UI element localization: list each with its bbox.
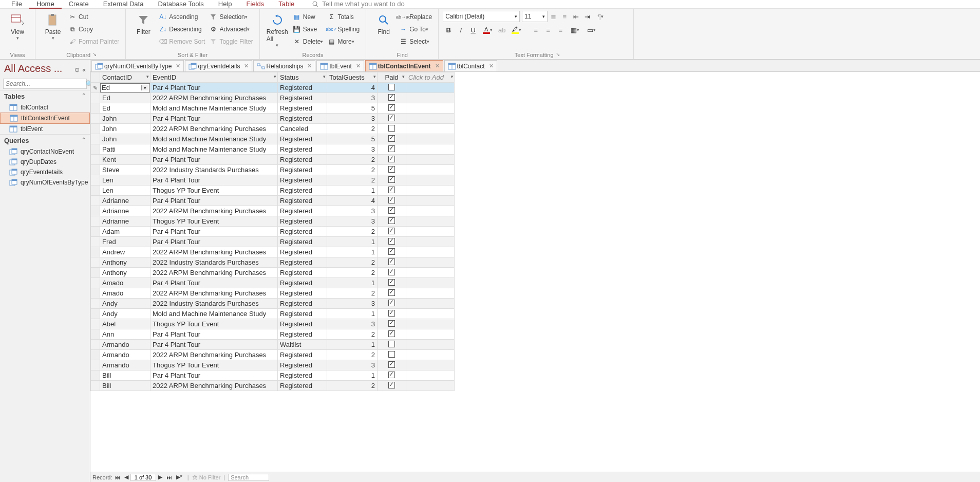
- close-icon[interactable]: ✕: [244, 63, 249, 69]
- cell-add[interactable]: [406, 309, 455, 319]
- clipboard-launcher-icon[interactable]: ↘: [92, 51, 97, 57]
- cell-totalguests[interactable]: 2: [327, 268, 378, 278]
- cell-status[interactable]: Registered: [278, 103, 327, 114]
- ascending-button[interactable]: A↓Ascending: [157, 11, 207, 23]
- cell-status[interactable]: Registered: [278, 309, 327, 319]
- table-row[interactable]: JohnPar 4 Plant TourRegistered3: [91, 114, 455, 124]
- nav-search[interactable]: 🔍: [3, 79, 87, 89]
- cell-totalguests[interactable]: 3: [327, 206, 378, 216]
- row-selector[interactable]: [91, 83, 100, 93]
- row-selector[interactable]: [91, 196, 100, 206]
- cell-contactid[interactable]: Kent: [100, 155, 150, 165]
- checkbox[interactable]: [388, 156, 395, 162]
- view-button[interactable]: View: [4, 11, 31, 43]
- cell-status[interactable]: Registered: [278, 319, 327, 329]
- checkbox[interactable]: [388, 351, 395, 358]
- cell-paid[interactable]: [378, 340, 406, 350]
- cell-add[interactable]: [406, 186, 455, 196]
- cell-add[interactable]: [406, 247, 455, 257]
- cell-totalguests[interactable]: 4: [327, 83, 378, 93]
- cell-paid[interactable]: [378, 381, 406, 391]
- cell-status[interactable]: Registered: [278, 360, 327, 370]
- format-painter-button[interactable]: 🖌Format Painter: [66, 36, 121, 47]
- cell-paid[interactable]: [378, 134, 406, 144]
- bullets-button[interactable]: ≣: [548, 11, 559, 22]
- cell-status[interactable]: Registered: [278, 247, 327, 257]
- cell-paid[interactable]: [378, 257, 406, 268]
- table-row[interactable]: AdamPar 4 Plant TourRegistered2: [91, 227, 455, 237]
- recnav-new-button[interactable]: ▶*: [174, 474, 184, 480]
- row-selector[interactable]: [91, 124, 100, 134]
- cell-contactid[interactable]: Adrianne: [100, 206, 150, 216]
- checkbox[interactable]: [388, 94, 395, 101]
- cell-status[interactable]: Registered: [278, 216, 327, 227]
- checkbox[interactable]: [388, 135, 395, 142]
- row-selector[interactable]: [91, 360, 100, 370]
- row-selector[interactable]: [91, 114, 100, 124]
- chevron-down-icon[interactable]: ⊙: [74, 66, 80, 73]
- table-row[interactable]: AmadoPar 4 Plant TourRegistered1: [91, 278, 455, 288]
- cell-add[interactable]: [406, 360, 455, 370]
- cell-add[interactable]: [406, 175, 455, 186]
- cell-contactid[interactable]: Amado: [100, 278, 150, 288]
- cell-eventid[interactable]: Mold and Machine Maintenance Study: [150, 309, 278, 319]
- close-icon[interactable]: ✕: [356, 63, 361, 69]
- align-left-button[interactable]: ≡: [530, 24, 541, 35]
- checkbox[interactable]: [388, 115, 395, 121]
- tab-tblevent[interactable]: tblEvent✕: [316, 60, 364, 71]
- datasheet[interactable]: ContactID▾EventID▾Status▾TotalGuests▾Pai…: [90, 72, 980, 472]
- tell-me-search[interactable]: Tell me what you want to do: [312, 0, 404, 8]
- strikethrough-button[interactable]: ab: [496, 24, 507, 35]
- table-row[interactable]: Steve2022 Industry Standards PurchasesRe…: [91, 165, 455, 175]
- cell-paid[interactable]: [378, 186, 406, 196]
- table-row[interactable]: Anthony2022 ARPM Benchmarking PurchasesR…: [91, 268, 455, 278]
- cell-contactid[interactable]: Anthony: [100, 268, 150, 278]
- cell-totalguests[interactable]: 1: [327, 278, 378, 288]
- cell-paid[interactable]: [378, 124, 406, 134]
- cell-add[interactable]: [406, 144, 455, 155]
- tab-qryeventdetails[interactable]: qryEventdetails✕: [185, 60, 252, 71]
- cell-status[interactable]: Registered: [278, 114, 327, 124]
- cell-add[interactable]: [406, 319, 455, 329]
- cell-contactid[interactable]: John: [100, 124, 150, 134]
- cell-contactid[interactable]: Andy: [100, 309, 150, 319]
- cell-status[interactable]: Registered: [278, 288, 327, 299]
- menu-home[interactable]: Home: [29, 0, 62, 9]
- cell-paid[interactable]: [378, 237, 406, 247]
- checkbox[interactable]: [388, 330, 395, 337]
- cell-add[interactable]: [406, 370, 455, 381]
- cell-paid[interactable]: [378, 247, 406, 257]
- table-row[interactable]: Andrew2022 ARPM Benchmarking PurchasesRe…: [91, 247, 455, 257]
- chevron-down-icon[interactable]: ▾: [274, 74, 276, 79]
- recnav-position[interactable]: [130, 474, 156, 481]
- shutter-close-icon[interactable]: «: [82, 66, 86, 73]
- recnav-last-button[interactable]: ⏭: [164, 474, 174, 480]
- italic-button[interactable]: I: [455, 24, 466, 35]
- nav-section-tables[interactable]: Tables⌃: [0, 90, 90, 102]
- cell-contactid[interactable]: Armando: [100, 350, 150, 360]
- cell-paid[interactable]: [378, 319, 406, 329]
- cell-totalguests[interactable]: 2: [327, 165, 378, 175]
- cell-eventid[interactable]: 2022 Industry Standards Purchases: [150, 165, 278, 175]
- col-header-click-to-add[interactable]: Click to Add▾: [406, 72, 455, 83]
- copy-button[interactable]: ⧉Copy: [66, 24, 121, 35]
- cell-contactid[interactable]: Ann: [100, 329, 150, 340]
- cell-eventid[interactable]: 2022 Industry Standards Purchases: [150, 257, 278, 268]
- menu-help[interactable]: Help: [211, 0, 239, 8]
- align-center-button[interactable]: ≡: [542, 24, 554, 35]
- row-selector[interactable]: [91, 350, 100, 360]
- cell-contactid[interactable]: Bill: [100, 381, 150, 391]
- tab-relationships[interactable]: Relationships✕: [253, 60, 315, 71]
- cell-add[interactable]: [406, 134, 455, 144]
- cell-status[interactable]: Registered: [278, 381, 327, 391]
- cell-paid[interactable]: [378, 360, 406, 370]
- table-row[interactable]: AnnPar 4 Plant TourRegistered2: [91, 329, 455, 340]
- highlight-button[interactable]: 🖍: [508, 24, 524, 35]
- row-selector[interactable]: [91, 175, 100, 186]
- cell-totalguests[interactable]: 2: [327, 350, 378, 360]
- cell-totalguests[interactable]: 2: [327, 288, 378, 299]
- cell-eventid[interactable]: Mold and Machine Maintenance Study: [150, 134, 278, 144]
- cell-eventid[interactable]: Par 4 Plant Tour: [150, 196, 278, 206]
- font-size-combo[interactable]: 11▾: [522, 11, 548, 22]
- nav-item-qryeventdetails[interactable]: qryEventdetails: [0, 167, 90, 177]
